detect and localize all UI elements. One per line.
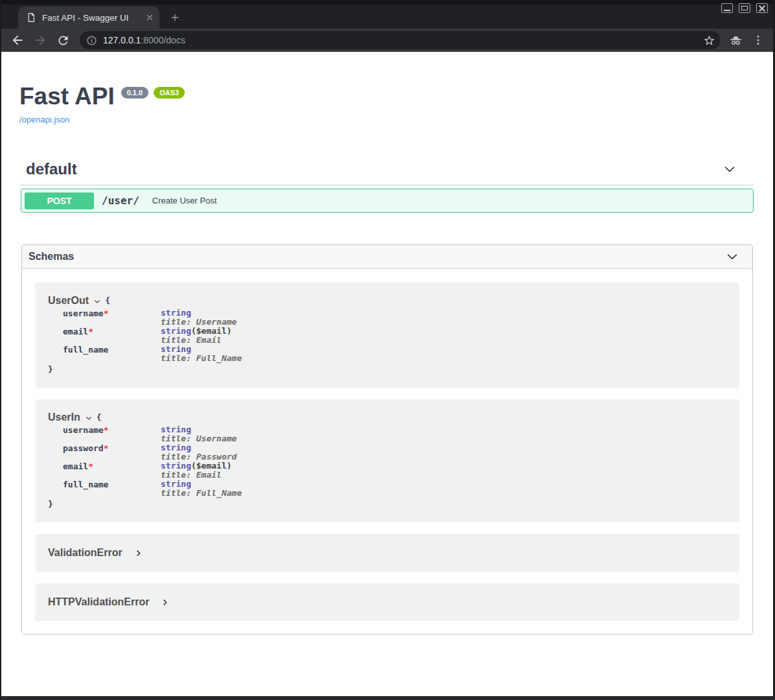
- property-name: password*: [63, 443, 161, 461]
- api-title: Fast API: [19, 84, 115, 110]
- required-star: *: [88, 461, 93, 471]
- required-star: *: [104, 443, 109, 453]
- model-collapse-chevron-icon[interactable]: [93, 298, 101, 305]
- required-star: *: [88, 327, 93, 336]
- bookmark-star-icon[interactable]: [703, 34, 715, 47]
- schemas-title: Schemas: [29, 251, 74, 262]
- property-name: username*: [63, 425, 161, 443]
- oas3-badge: OAS3: [154, 87, 185, 99]
- model-title[interactable]: UserIn: [48, 411, 80, 424]
- incognito-icon: [727, 32, 744, 49]
- tag-section-default: default POST /user/ Create User Post: [21, 159, 754, 213]
- property-name: username*: [63, 309, 161, 327]
- model-httpvalidationerror[interactable]: HTTPValidationError: [35, 583, 739, 621]
- site-info-icon[interactable]: [86, 35, 97, 46]
- property-definition: string title: Full_Name: [161, 345, 726, 363]
- maximize-button[interactable]: [739, 3, 750, 13]
- tab-close-icon[interactable]: [145, 13, 154, 22]
- endpoint-path: /user/: [102, 194, 139, 207]
- property-name: email*: [63, 327, 161, 345]
- model-userout: UserOut { username* string title: Userna…: [35, 283, 739, 388]
- table-row: email* string($email) title: Email: [63, 327, 726, 345]
- window-controls: [721, 3, 768, 13]
- close-brace: }: [48, 498, 726, 511]
- close-brace: }: [48, 363, 726, 376]
- api-info: Fast API 0.1.0 OAS3 /openapi.json: [1, 52, 773, 125]
- required-star: *: [104, 309, 109, 318]
- required-star: *: [104, 425, 109, 435]
- model-collapse-chevron-icon[interactable]: [85, 414, 93, 422]
- property-definition: string title: Full_Name: [161, 480, 726, 498]
- tab-strip: Fast API - Swagger UI: [1, 5, 773, 29]
- tag-header[interactable]: default: [21, 159, 754, 179]
- browser-tab[interactable]: Fast API - Swagger UI: [18, 6, 159, 29]
- back-icon[interactable]: [9, 32, 26, 49]
- models-container: UserOut { username* string title: Userna…: [22, 269, 752, 634]
- tag-divider: [21, 185, 754, 185]
- open-brace: {: [97, 411, 102, 424]
- model-title[interactable]: ValidationError: [48, 547, 122, 559]
- collapse-chevron-icon[interactable]: [723, 162, 737, 176]
- reload-icon[interactable]: [54, 32, 71, 49]
- property-definition: string($email) title: Email: [161, 461, 726, 480]
- page-document-icon: [26, 12, 36, 23]
- schemas-chevron-icon[interactable]: [725, 250, 739, 264]
- browser-toolbar: 127.0.0.1:8000/docs: [1, 29, 773, 52]
- address-bar[interactable]: 127.0.0.1:8000/docs: [80, 31, 721, 49]
- browser-window: Fast API - Swagger UI 127.0.0: [0, 0, 775, 700]
- property-definition: string title: Username: [161, 425, 726, 443]
- close-window-button[interactable]: [756, 3, 768, 13]
- table-row: password* string title: Password: [63, 443, 726, 461]
- new-tab-button[interactable]: [166, 8, 184, 27]
- tab-title: Fast API - Swagger UI: [42, 13, 139, 23]
- http-method-badge: POST: [25, 192, 94, 209]
- forward-icon[interactable]: [32, 32, 49, 49]
- openapi-spec-link[interactable]: /openapi.json: [19, 115, 69, 124]
- property-name: full_name: [63, 345, 161, 363]
- table-row: full_name string title: Full_Name: [63, 345, 726, 363]
- model-expand-chevron-icon[interactable]: [134, 549, 143, 557]
- model-validationerror[interactable]: ValidationError: [35, 534, 739, 572]
- window-frame-top: [1, 0, 773, 5]
- tag-name: default: [26, 159, 77, 179]
- property-name: email*: [63, 461, 161, 480]
- open-brace: {: [105, 294, 110, 307]
- property-definition: string($email) title: Email: [161, 327, 726, 345]
- model-userin: UserIn { username* string title: Usernam…: [35, 399, 739, 522]
- schemas-header[interactable]: Schemas: [22, 245, 752, 269]
- table-row: username* string title: Username: [63, 425, 726, 443]
- schemas-section: Schemas UserOut {: [21, 244, 753, 635]
- endpoint-summary: Create User Post: [152, 196, 217, 205]
- opblock-post-user[interactable]: POST /user/ Create User Post: [21, 189, 754, 213]
- model-title[interactable]: HTTPValidationError: [48, 596, 149, 608]
- swagger-page: Fast API 0.1.0 OAS3 /openapi.json defaul…: [1, 52, 773, 696]
- table-row: username* string title: Username: [63, 309, 726, 327]
- minimize-button[interactable]: [721, 3, 733, 13]
- property-definition: string title: Username: [161, 309, 726, 327]
- version-badge: 0.1.0: [121, 87, 148, 99]
- menu-kebab-icon[interactable]: [750, 32, 767, 49]
- table-row: full_name string title: Full_Name: [63, 480, 726, 498]
- model-title[interactable]: UserOut: [48, 294, 89, 307]
- property-definition: string title: Password: [161, 443, 726, 461]
- model-expand-chevron-icon[interactable]: [161, 598, 169, 607]
- table-row: email* string($email) title: Email: [63, 461, 726, 480]
- property-name: full_name: [63, 480, 161, 498]
- url-text: 127.0.0.1:8000/docs: [103, 35, 703, 45]
